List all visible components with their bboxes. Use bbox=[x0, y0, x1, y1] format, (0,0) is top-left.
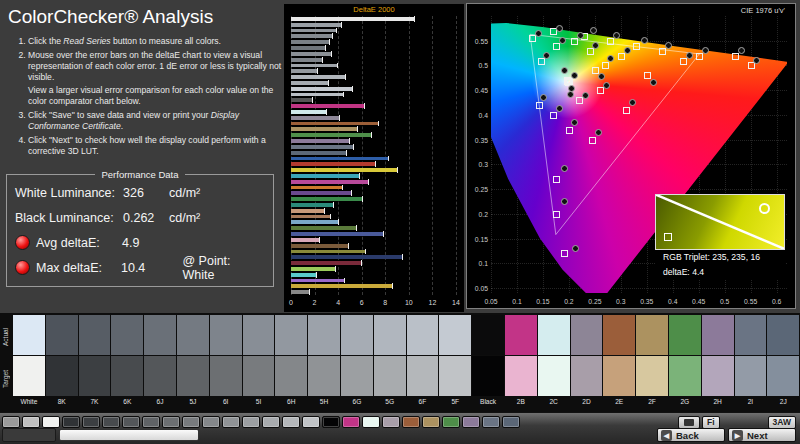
patch-palette-button[interactable] bbox=[382, 416, 400, 428]
back-button[interactable]: ◀ Back bbox=[657, 428, 725, 442]
patch-palette-button[interactable] bbox=[302, 416, 320, 428]
patch-palette-button[interactable] bbox=[122, 416, 140, 428]
deltae-bar[interactable] bbox=[291, 110, 326, 114]
patch-name-label: 6K bbox=[111, 397, 143, 409]
deltae-bar[interactable] bbox=[291, 116, 339, 120]
deltae-bar[interactable] bbox=[291, 250, 365, 254]
deltae-bar[interactable] bbox=[291, 290, 309, 294]
patch-palette-button[interactable] bbox=[222, 416, 240, 428]
status-blank-button[interactable] bbox=[59, 429, 199, 441]
patch-palette-button[interactable] bbox=[242, 416, 260, 428]
deltae-bar[interactable] bbox=[291, 168, 397, 172]
white-luminance-value: 326 bbox=[123, 186, 169, 200]
deltae-bar[interactable] bbox=[291, 162, 375, 166]
deltae-bar[interactable] bbox=[291, 81, 328, 85]
patch-palette-button[interactable] bbox=[142, 416, 160, 428]
patch-palette-button[interactable] bbox=[282, 416, 300, 428]
patch-palette-button[interactable] bbox=[342, 416, 360, 428]
patch-palette-button[interactable] bbox=[322, 416, 340, 428]
deltae-bar[interactable] bbox=[291, 180, 368, 184]
deltae-bar[interactable] bbox=[291, 58, 322, 62]
deltae-bar[interactable] bbox=[291, 40, 329, 44]
actual-swatch bbox=[538, 315, 570, 355]
deltae-bar[interactable] bbox=[291, 215, 330, 219]
aw-button[interactable]: 3AW bbox=[768, 416, 796, 429]
axis-tick-label: 0.5 bbox=[469, 62, 488, 69]
black-luminance-row: Black Luminance: 0.262 cd/m² bbox=[15, 205, 265, 230]
deltae-bar[interactable] bbox=[291, 122, 378, 126]
deltae-bar[interactable] bbox=[291, 267, 335, 271]
deltae-bar[interactable] bbox=[291, 104, 364, 108]
comparator-column: 5F bbox=[439, 315, 471, 412]
deltae-bar[interactable] bbox=[291, 255, 402, 259]
instruction-text: . bbox=[121, 121, 123, 131]
axis-tick-label: 0.05 bbox=[469, 285, 488, 292]
patch-palette-button[interactable] bbox=[182, 416, 200, 428]
deltae-bar[interactable] bbox=[291, 34, 332, 38]
next-button[interactable]: ▶ Next bbox=[728, 428, 796, 442]
patch-palette-button[interactable] bbox=[422, 416, 440, 428]
actual-swatch bbox=[210, 315, 242, 355]
deltae-bar[interactable] bbox=[291, 226, 356, 230]
actual-swatch bbox=[177, 315, 209, 355]
comparator-column: 6J bbox=[144, 315, 176, 412]
deltae-bar[interactable] bbox=[291, 203, 333, 207]
deltae-bar[interactable] bbox=[291, 52, 331, 56]
deltae-bar[interactable] bbox=[291, 29, 336, 33]
deltae-bar[interactable] bbox=[291, 87, 352, 91]
deltae-bar[interactable] bbox=[291, 244, 348, 248]
deltae-bar[interactable] bbox=[291, 284, 392, 288]
deltae-bar[interactable] bbox=[291, 127, 357, 131]
axis-tick-label: 0.15 bbox=[536, 298, 549, 305]
deltae-bar[interactable] bbox=[291, 69, 317, 73]
patch-palette-button[interactable] bbox=[442, 416, 460, 428]
patch-palette-button[interactable] bbox=[202, 416, 220, 428]
fi-button[interactable]: Fi bbox=[702, 416, 720, 429]
deltae-bar[interactable] bbox=[291, 197, 362, 201]
patch-palette-button[interactable] bbox=[502, 416, 520, 428]
deltae-bar[interactable] bbox=[291, 174, 359, 178]
axis-tick-label: 0.25 bbox=[469, 186, 488, 193]
deltae-bar[interactable] bbox=[291, 238, 319, 242]
deltae-bar[interactable] bbox=[291, 261, 361, 265]
target-swatch bbox=[79, 356, 111, 396]
deltae-bar[interactable] bbox=[291, 220, 338, 224]
patch-name-label: 5I bbox=[243, 397, 275, 409]
deltae-bar[interactable] bbox=[291, 186, 342, 190]
deltae-bar[interactable] bbox=[291, 145, 353, 149]
patch-palette-button[interactable] bbox=[482, 416, 500, 428]
patch-palette-button[interactable] bbox=[42, 416, 60, 428]
target-swatch bbox=[13, 356, 45, 396]
patch-palette-button[interactable] bbox=[262, 416, 280, 428]
patch-palette-button[interactable] bbox=[402, 416, 420, 428]
deltae-bar[interactable] bbox=[291, 93, 343, 97]
patch-palette-button[interactable] bbox=[162, 416, 180, 428]
deltae-bar[interactable] bbox=[291, 279, 344, 283]
deltae-bar[interactable] bbox=[291, 209, 324, 213]
deltae-bar[interactable] bbox=[291, 157, 388, 161]
deltae-bar[interactable] bbox=[291, 23, 341, 27]
patch-palette-button[interactable] bbox=[2, 416, 20, 428]
patch-palette-button[interactable] bbox=[362, 416, 380, 428]
patch-palette-button[interactable] bbox=[102, 416, 120, 428]
deltae-bar[interactable] bbox=[291, 64, 337, 68]
monitor-icon bbox=[684, 419, 694, 426]
deltae-bar[interactable] bbox=[291, 191, 351, 195]
deltae-bar[interactable] bbox=[291, 273, 316, 277]
deltae-bar[interactable] bbox=[291, 46, 325, 50]
patch-palette-button[interactable] bbox=[22, 416, 40, 428]
deltae-bar[interactable] bbox=[291, 17, 414, 21]
deltae-bar[interactable] bbox=[291, 139, 349, 143]
actual-swatch bbox=[603, 315, 635, 355]
axis-tick-label: 0.2 bbox=[564, 298, 573, 305]
deltae-bar[interactable] bbox=[291, 98, 312, 102]
deltae-bar[interactable] bbox=[291, 133, 371, 137]
deltae-bar[interactable] bbox=[291, 75, 345, 79]
performance-data-title: Performance Data bbox=[95, 169, 184, 180]
patch-palette-button[interactable] bbox=[62, 416, 80, 428]
deltae-bar[interactable] bbox=[291, 232, 383, 236]
patch-palette-button[interactable] bbox=[462, 416, 480, 428]
patch-palette-button[interactable] bbox=[82, 416, 100, 428]
display-select-button[interactable] bbox=[678, 416, 700, 429]
deltae-bar[interactable] bbox=[291, 151, 346, 155]
